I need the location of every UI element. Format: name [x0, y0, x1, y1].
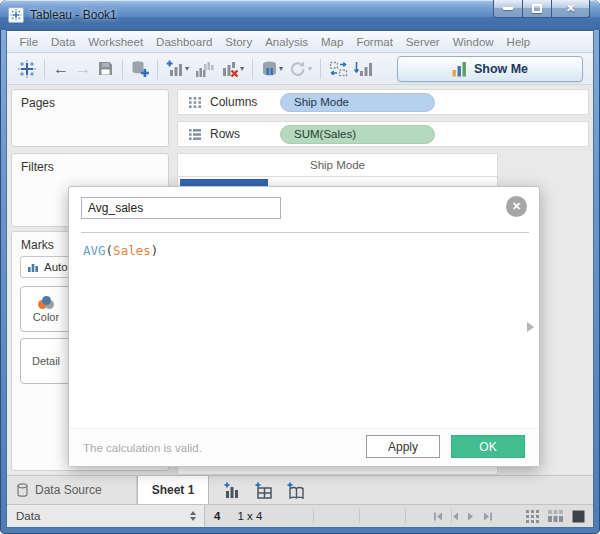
close-button[interactable]: ✕	[552, 0, 590, 18]
new-worksheet-icon	[166, 60, 184, 78]
show-me-label: Show Me	[474, 62, 528, 76]
previous-page-icon[interactable]	[451, 512, 459, 521]
next-page-icon[interactable]	[467, 512, 475, 521]
close-icon: ✕	[566, 2, 575, 15]
sheet-1-label: Sheet 1	[152, 483, 195, 497]
menu-worksheet[interactable]: Worksheet	[82, 36, 150, 48]
chevron-down-icon: ▾	[185, 64, 189, 73]
ok-button[interactable]: OK	[451, 435, 525, 458]
status-bar: Data 4 1 x 4	[7, 504, 593, 527]
forward-arrow-icon: →	[75, 61, 91, 77]
sort-ascending-button[interactable]	[352, 57, 374, 81]
chevron-down-icon: ▾	[279, 64, 283, 73]
save-button[interactable]	[95, 57, 116, 81]
tab-data-source[interactable]: Data Source	[7, 476, 137, 504]
detail-button[interactable]: Detail	[20, 338, 72, 384]
color-button[interactable]: Color	[20, 286, 72, 332]
tab-sheet-1[interactable]: Sheet 1	[137, 476, 209, 504]
menu-dashboard[interactable]: Dashboard	[150, 36, 219, 48]
calculated-field-dialog: ✕ AVG(Sales) The calculation is valid. A…	[68, 186, 540, 467]
redo-button[interactable]: →	[73, 57, 93, 81]
menu-server[interactable]: Server	[399, 36, 446, 48]
menu-data[interactable]: Data	[45, 36, 82, 48]
rows-pill-sum-sales[interactable]: SUM(Sales)	[280, 125, 435, 144]
columns-pill-ship-mode[interactable]: Ship Mode	[280, 93, 435, 112]
new-data-source-icon	[131, 60, 149, 78]
status-divider	[313, 509, 314, 523]
columns-shelf[interactable]: Columns Ship Mode	[177, 89, 589, 115]
swap-rows-columns-icon	[329, 60, 348, 78]
dialog-footer: The calculation is valid. Apply OK	[69, 428, 539, 466]
swap-rows-columns-button[interactable]	[327, 57, 350, 81]
tableau-logo-icon	[18, 60, 36, 78]
formula-field: Sales	[113, 243, 151, 258]
pages-shelf[interactable]: Pages	[11, 89, 169, 147]
validation-status: The calculation is valid.	[83, 442, 202, 454]
refresh-button[interactable]: ▾	[287, 57, 314, 81]
full-view-icon[interactable]	[572, 510, 585, 523]
status-data-selector[interactable]: Data	[7, 505, 205, 527]
title-bar: Tableau - Book1 ✕	[0, 0, 600, 30]
pages-label: Pages	[12, 90, 168, 110]
undo-button[interactable]: ←	[51, 57, 71, 81]
pause-auto-updates-button[interactable]: ▾	[259, 57, 285, 81]
color-label: Color	[33, 311, 59, 323]
minimize-button[interactable]	[493, 0, 523, 18]
calculation-name-input[interactable]	[81, 197, 281, 219]
menu-format[interactable]: Format	[350, 36, 399, 48]
formula-editor[interactable]: AVG(Sales)	[83, 243, 158, 258]
spinner-icon[interactable]	[190, 511, 196, 521]
tableau-logo-button[interactable]	[16, 57, 38, 81]
apply-label: Apply	[388, 440, 418, 454]
sort-ascending-icon	[354, 60, 372, 78]
rows-icon	[188, 128, 202, 141]
first-page-icon[interactable]	[433, 512, 443, 521]
toolbar-separator	[252, 59, 253, 79]
new-data-source-button[interactable]	[129, 57, 151, 81]
menu-file[interactable]: File	[13, 36, 45, 48]
refresh-icon	[289, 60, 307, 78]
dialog-close-button[interactable]: ✕	[506, 196, 527, 217]
new-dashboard-tab-icon	[254, 482, 272, 499]
duplicate-sheet-icon	[195, 60, 215, 78]
clear-sheet-button[interactable]: ▾	[219, 57, 246, 81]
pause-auto-updates-icon	[261, 60, 278, 78]
rows-shelf[interactable]: Rows SUM(Sales)	[177, 121, 589, 147]
grid-size: 1 x 4	[237, 510, 262, 522]
menu-analysis[interactable]: Analysis	[259, 36, 315, 48]
status-divider	[359, 509, 360, 523]
new-dashboard-tab-button[interactable]	[253, 480, 273, 500]
toolbar-separator	[44, 59, 45, 79]
new-story-tab-icon	[286, 482, 304, 499]
new-worksheet-button[interactable]: ▾	[164, 57, 191, 81]
grid-dots-view-icon[interactable]	[526, 510, 539, 523]
apply-button[interactable]: Apply	[366, 435, 440, 458]
formula-function: AVG	[83, 243, 106, 258]
expander-arrow-icon[interactable]	[527, 322, 534, 332]
tableau-window: Tableau - Book1 ✕ File Data Worksheet Da…	[0, 0, 600, 534]
window-controls: ✕	[493, 0, 590, 18]
new-worksheet-tab-button[interactable]	[221, 480, 241, 500]
duplicate-sheet-button[interactable]	[193, 57, 217, 81]
menu-window[interactable]: Window	[446, 36, 500, 48]
menu-story[interactable]: Story	[219, 36, 259, 48]
chevron-down-icon: ▾	[308, 64, 312, 73]
filmstrip-view-icon[interactable]	[548, 510, 563, 523]
window-title: Tableau - Book1	[30, 8, 117, 22]
toolbar-separator	[122, 59, 123, 79]
tableau-app-icon	[8, 7, 24, 23]
menu-help[interactable]: Help	[500, 36, 537, 48]
rows-label: Rows	[210, 127, 268, 141]
view-mode-switcher	[526, 510, 585, 523]
menu-map[interactable]: Map	[315, 36, 350, 48]
menu-bar: File Data Worksheet Dashboard Story Anal…	[7, 31, 593, 53]
show-me-button[interactable]: Show Me	[397, 56, 583, 82]
new-story-tab-button[interactable]	[285, 480, 305, 500]
column-field-header: Ship Mode	[178, 154, 497, 177]
data-source-icon	[17, 483, 28, 497]
last-page-icon[interactable]	[483, 512, 493, 521]
maximize-button[interactable]	[523, 0, 552, 18]
chevron-down-icon: ▾	[240, 64, 244, 73]
detail-label: Detail	[32, 355, 60, 367]
maximize-icon	[532, 4, 542, 13]
